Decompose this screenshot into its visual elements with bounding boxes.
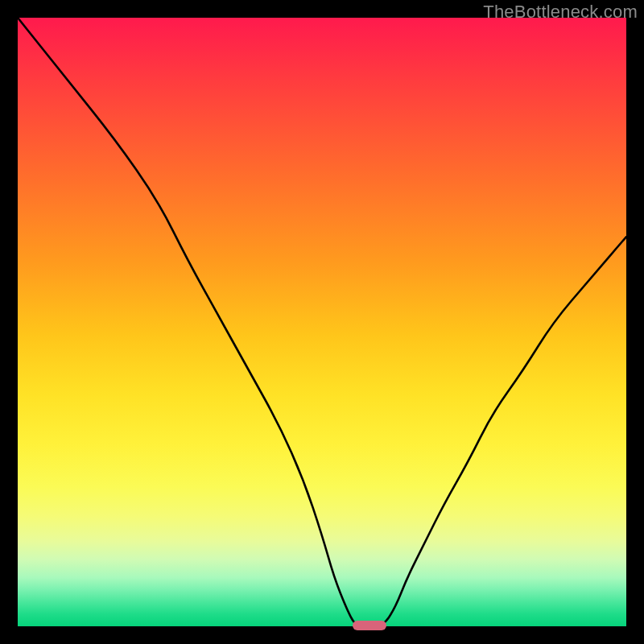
watermark-text: TheBottleneck.com: [483, 2, 638, 23]
bottleneck-curve: [18, 18, 626, 626]
minimum-marker: [353, 621, 386, 630]
chart-frame: TheBottleneck.com: [0, 0, 644, 644]
plot-area: [18, 18, 626, 626]
